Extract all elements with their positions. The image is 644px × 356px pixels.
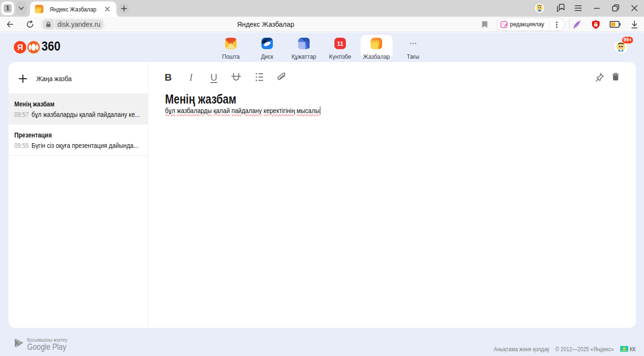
svg-text:11: 11 xyxy=(337,41,343,47)
svg-text:Я: Я xyxy=(17,43,23,52)
